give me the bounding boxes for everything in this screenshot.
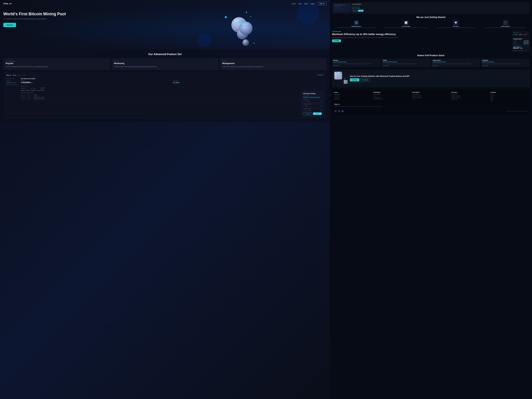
footer-col-hash-market-2: Hash Market Pool Operators Software Deve… [412,92,450,101]
modal-day-select[interactable]: Every Thursday [303,109,322,111]
footer-link-dev-pool-ops[interactable]: Pool Operators [451,94,488,95]
stack-link-github[interactable]: Discover More > [383,65,429,66]
dash-tab-mining[interactable]: Mining [13,75,16,76]
footer-link-about[interactable]: About [490,94,528,95]
payout-row-values: Weekly on Thursday My wallet 1CK90YmaDyc… [21,90,323,91]
card-desc-access: Safely share access to your pool account… [222,66,324,68]
vip-desc: Running a large-scale mining operation? … [431,27,480,28]
stack-item-behance: Behance Autotuning Mining Firmware Incre… [332,58,381,67]
footer-link-dev-bug[interactable]: Bug Bounty Program [451,97,488,98]
dash-tab-rank[interactable]: Rank [23,75,25,76]
footer-link-start-mining[interactable]: Start Mining [334,94,372,95]
footer-brand-name: ofsp_ce [334,103,528,105]
hero-section: World's First Bitcoin Mining Pool 1 277 … [0,7,330,49]
efficiency-section: Low Power Mode Maximum Efficiency up to … [332,31,530,52]
footer-link-marketplace[interactable]: Live Marketplace [373,94,411,95]
lt-buttons: Try Demo Try Demo [350,78,410,82]
modal-wallet-row: Payout Wallet My wallet - 1CK90YmaDycy4c… [303,95,322,98]
feat-vip: 💎 VIP Program Running a large-scale mini… [431,20,480,28]
payout-row-frequency: Frequency Destination Destination Addres… [21,87,323,89]
vip-label: VIP Program [431,26,480,27]
modal-trigger-select[interactable]: Time Interval [303,100,322,102]
payout-addr: 1CK90YmaDycy4c3hj [36,90,44,91]
feature-cards: Customizable Payouts Control every detai… [3,58,327,70]
footer-link-countdown[interactable]: Info Countdown NEW [373,99,411,100]
dash-content: Financial Account Overview Mining Accoun… [6,78,323,100]
modal-cancel-button[interactable]: Cancel [303,113,312,115]
dot-5 [225,16,227,18]
footer-link-pricing[interactable]: Pricing [373,95,411,96]
try-demo-button[interactable]: Try Demo [332,39,341,42]
footer-link-pool-ops[interactable]: Pool Operators [412,94,450,95]
api-label: API & Data Export [382,26,431,27]
stat-balance-val: 3.41320000 [21,82,30,83]
footer-link-pool-miner[interactable]: Pool Miner [334,99,372,100]
stat-balance: Balance 3.41320000 BTC [21,80,171,83]
ah-val-24h: 265.27 PH/S [524,43,529,44]
modal-title: Edit Payout Setting [303,93,322,95]
stack-item-github: GitHub Open Source Mining Firmware The n… [382,58,431,67]
ah-row-5m: 5 Minutes 241.60 PH/S [513,40,529,41]
getting-started-title: We are Just Getting Started [332,16,530,19]
modal-change-button[interactable]: Change [313,113,322,115]
payout-dest: My wallet [31,90,35,91]
social-twitter-icon[interactable]: t [338,110,341,113]
footer-brand-section: ofsp_ce Bitcoin Mining Company. Pushing … [334,103,528,107]
nav-state[interactable]: State [298,3,302,5]
footer-brand-desc: Bitcoin Mining Company. Pushing the Indu… [334,106,528,107]
footer-link-apis[interactable]: APIs [412,99,450,100]
stack-link-stackoverflow[interactable]: Discover More > [433,65,479,66]
ws-warning-badge: ● 128 [519,34,523,35]
footer-link-startab[interactable]: StartTab [490,99,528,100]
join-pool-button[interactable]: Join Pool [3,23,16,27]
vip-icon: 💎 [453,20,458,25]
lt-box-small [344,80,348,84]
footer-grid: Setup Start Mining ASIC Mining Stratum V… [334,92,528,101]
ws-offline-badge: ● 210 [523,34,527,35]
footer-link-blog[interactable]: Blog [490,100,528,101]
stack-link-behance[interactable]: Discover More > [333,65,380,66]
footer-link-security[interactable]: Security [490,95,528,96]
avg-hashers-box: Average hashers 5 Minutes 241.60 PH/S 1 … [512,37,530,52]
nav-login[interactable]: Log In [310,3,315,5]
dash-sidebar-mining-btc[interactable]: Mining Account (BTC) [6,82,20,84]
lt-try-button[interactable]: Try Demo [350,78,359,82]
footer-link-asic[interactable]: ASIC Mining [334,95,372,96]
social-youtube-icon[interactable]: ► [342,110,344,113]
footer-link-sample-code[interactable]: Sample code [451,99,488,100]
nav-signup[interactable]: Sign Up [317,2,326,5]
stack-link-instagram[interactable]: Discover More > [482,65,529,66]
footer-link-dev-sw[interactable]: Software Developers [451,95,488,96]
txn-title: Last Completed Transaction [21,92,323,93]
dash-tab-history[interactable]: History [18,75,21,76]
snippet-cancel-button[interactable]: Cancel [352,10,357,12]
ah-row-1h: 1 Hours 239.30 PH/S [513,42,529,43]
payout-modal: Edit Payout Setting Payout Wallet My wal… [301,91,323,117]
ah-current-hashrate: Scoring hash rate: 241.47 PH/s [513,45,529,49]
snippet-change-button[interactable]: Change [358,10,363,12]
stat-payout-sub: Estimated [173,83,323,84]
lt-demo-button[interactable]: Try Demo [360,78,370,82]
footer-link-stratum[interactable]: Stratum V2 [334,97,372,98]
nav-home[interactable]: Home [292,3,296,5]
footer-col-setup: Setup Start Mining ASIC Mining Stratum V… [334,92,372,101]
dash-logo: ofsp_ce [6,75,11,76]
lt-right: Use our Live Trading Interface with Adva… [350,75,410,82]
footer-link-media[interactable]: Media [490,97,528,98]
card-label-monitoring: Worker [114,61,216,62]
footer-link-bug-bounty[interactable]: Bug Bounty Program [412,97,450,98]
snippet-day: Every Thursday [352,7,528,9]
dash-sidebar-share[interactable]: Share ing in Paking (BTC) [6,84,20,86]
left-panel: ofsp_ce Home State News Log In Sign Up W… [0,0,330,399]
social-facebook-icon[interactable]: f [334,110,337,113]
footer-link-sw-devs[interactable]: Software Developers [412,95,450,96]
snippet-controls: Choose Frequency Day of this Week Every … [352,4,528,12]
hero-visual [148,7,330,49]
modal-freq-select[interactable]: Weekly [303,105,322,107]
stat-balance-unit: BTC [31,82,33,83]
multilingual-label: Multilingual Support [332,26,381,27]
dash-sidebar-overview[interactable]: Overview [6,80,20,82]
footer-link-compatible[interactable]: Compatible Pools [373,97,411,98]
nav-news[interactable]: News [304,3,308,5]
card-title-payouts: Payouts [6,62,108,65]
